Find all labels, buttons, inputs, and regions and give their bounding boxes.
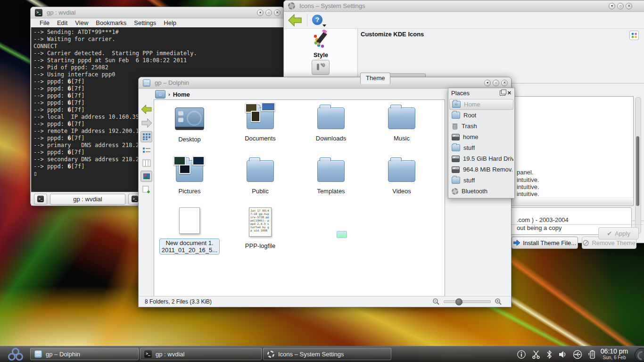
file-item-videos[interactable]: Videos [366, 160, 437, 195]
tab-theme[interactable]: Theme [360, 73, 390, 84]
maximize-button[interactable] [493, 80, 499, 86]
dock-float-icon[interactable] [500, 90, 505, 96]
file-item-documents[interactable]: Documents [225, 107, 296, 142]
konsole-tab[interactable]: gp : wvdial [50, 194, 125, 205]
file-manager-icon [34, 350, 42, 358]
menu-view[interactable]: View [71, 19, 92, 26]
zoom-in-icon[interactable] [495, 298, 502, 305]
dolphin-titlebar[interactable]: gp – Dolphin [139, 77, 511, 89]
gear-icon [288, 2, 295, 9]
task-system-settings[interactable]: Icons – System Settings [263, 348, 391, 360]
split-view-button[interactable] [140, 184, 152, 195]
usb-device-icon[interactable] [572, 350, 583, 359]
panel-toolbox-cashew-icon[interactable] [635, 348, 644, 362]
menu-settings[interactable]: Settings [130, 19, 160, 26]
taskbar: gp – Dolphin >_ gp : wvdial Icons – Syst… [0, 346, 644, 362]
theme-list-scrollbar[interactable] [635, 97, 641, 234]
file-item-desktop[interactable]: Desktop [154, 107, 225, 143]
apply-label: Apply [615, 230, 630, 237]
close-button[interactable] [626, 3, 632, 9]
places-item-trash[interactable]: Trash [449, 121, 513, 132]
places-item-label: 19.5 GiB Hard Drive [463, 155, 513, 162]
digital-clock[interactable]: 06:10 pm Sun, 6 Feb [597, 347, 632, 360]
places-item-stuff[interactable]: stuff [449, 142, 513, 153]
system-settings-window-buttons [609, 3, 632, 9]
places-item-home-partition[interactable]: home [449, 132, 513, 142]
apply-button[interactable]: ✔ Apply [598, 227, 639, 239]
install-theme-button[interactable]: Install Theme File... [512, 237, 578, 249]
close-button[interactable] [501, 80, 508, 86]
places-item-stuff2[interactable]: stuff [449, 175, 513, 186]
volume-icon[interactable] [558, 350, 567, 359]
minimize-button[interactable] [257, 9, 264, 16]
notifications-info-icon[interactable] [517, 350, 526, 359]
help-button[interactable]: ? [312, 15, 323, 26]
menu-edit[interactable]: Edit [53, 19, 71, 26]
zoom-slider[interactable] [444, 300, 491, 303]
system-settings-titlebar[interactable]: Icons – System Settings [284, 0, 644, 12]
close-button[interactable] [274, 9, 281, 16]
battery-icon[interactable] [588, 349, 596, 360]
task-dolphin[interactable]: gp – Dolphin [30, 348, 139, 360]
places-title: Places [451, 90, 498, 97]
file-item-new-document[interactable]: New document 1. 2011_01_20_16_5... [154, 207, 225, 255]
details-view-button[interactable] [140, 145, 152, 156]
scrollbar-thumb[interactable] [636, 136, 639, 206]
icons-view-button[interactable] [140, 131, 152, 142]
task-label: gp – Dolphin [46, 351, 80, 358]
overview-grid-icon[interactable] [629, 31, 639, 40]
places-item-removable[interactable]: 964.8 MiB Remov... [449, 164, 513, 175]
places-item-hard-drive[interactable]: 19.5 GiB Hard Drive [449, 153, 513, 164]
places-item-bluetooth[interactable]: Bluetooth [449, 186, 513, 197]
file-label-line1: New document 1. [162, 239, 217, 247]
file-item-public[interactable]: Public [225, 160, 296, 195]
menu-bookmarks[interactable]: Bookmarks [92, 19, 130, 26]
sidebar-item-style[interactable]: Style [284, 30, 357, 58]
folder-icon [452, 177, 460, 184]
icons-view-icon [142, 133, 151, 140]
file-item-downloads[interactable]: Downloads [296, 107, 366, 142]
bluetooth-icon[interactable] [546, 350, 553, 359]
file-item-music[interactable]: Music [366, 107, 437, 142]
close-icon[interactable]: ✕ [507, 90, 512, 96]
clock-date: Sun, 6 Feb [597, 355, 632, 360]
file-label: Templates [296, 188, 366, 195]
maximize-button[interactable] [265, 9, 272, 16]
sidebar-item-label: Style [284, 51, 357, 58]
places-item-label: Root [463, 112, 476, 119]
maximize-button[interactable] [617, 3, 624, 9]
chevron-down-icon [322, 25, 326, 27]
file-item-ppp-logfile[interactable]: Jan 17 09:47:18 gp-Aspire-5738 pppd[1946… [225, 207, 296, 249]
places-item-root[interactable]: Root [449, 110, 513, 121]
back-button[interactable] [140, 104, 152, 115]
file-item-pictures[interactable]: Pictures [154, 160, 225, 195]
places-header[interactable]: Places ✕ [448, 88, 514, 98]
zoom-out-icon[interactable] [432, 298, 440, 305]
home-folder-icon[interactable]: ⌂ [155, 90, 165, 99]
zoom-slider-handle[interactable] [455, 298, 462, 305]
new-tab-button[interactable]: >_ [34, 194, 47, 205]
text-file-preview-icon: Jan 17 09:47:18 gp-Aspire-5738 pppd[1946… [249, 207, 272, 237]
back-button[interactable] [288, 14, 302, 26]
task-konsole[interactable]: >_ gp : wvdial [140, 348, 262, 360]
menu-help[interactable]: Help [160, 19, 180, 26]
dolphin-file-view[interactable]: Desktop Documents Downloads Music [154, 99, 445, 296]
theme-description-fragment: .com ) - 2003-2004 [517, 216, 569, 223]
places-item-home[interactable]: Home [449, 99, 513, 110]
klipper-scissors-icon[interactable] [531, 350, 541, 359]
document-icon [179, 207, 200, 234]
forward-button[interactable] [140, 117, 152, 129]
file-manager-icon [143, 79, 150, 87]
columns-view-button[interactable] [140, 157, 152, 169]
konsole-titlebar[interactable]: >_ gp : wvdial [31, 7, 284, 18]
file-item-templates[interactable]: Templates [296, 160, 366, 195]
breadcrumb-home[interactable]: Home [173, 91, 190, 98]
launcher-button[interactable] [6, 347, 25, 362]
minimize-button[interactable] [484, 80, 491, 86]
zoom-controls [432, 298, 502, 305]
places-item-label: 964.8 MiB Remov... [463, 166, 513, 173]
sidebar-item-tools[interactable] [312, 60, 330, 75]
menu-file[interactable]: File [36, 19, 53, 26]
preview-toggle-button[interactable] [140, 171, 152, 182]
minimize-button[interactable] [609, 3, 615, 9]
